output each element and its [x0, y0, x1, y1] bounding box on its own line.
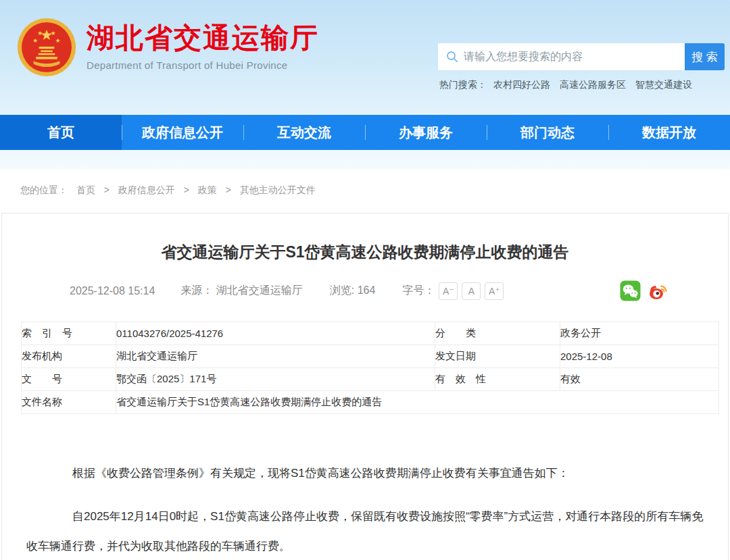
- national-emblem-icon: ★ ★ ★ ★ ★: [17, 18, 76, 77]
- view-count: 浏览: 164: [330, 284, 376, 298]
- issue-date-value: 2025-12-08: [560, 345, 719, 368]
- category-label: 分 类: [435, 322, 560, 345]
- nav-item-open-data[interactable]: 数据开放: [608, 115, 730, 150]
- table-row: 发布机构 湖北省交通运输厅 发文日期 2025-12-08: [22, 345, 719, 368]
- site-title: 湖北省交通运输厅: [87, 24, 319, 53]
- table-row: 索 引 号 011043276/2025-41276 分 类 政务公开: [22, 322, 719, 345]
- category-value: 政务公开: [560, 322, 719, 345]
- search-button[interactable]: 搜 索: [685, 43, 725, 70]
- site-subtitle: Department of Transport of Hubei Provinc…: [87, 59, 319, 71]
- issue-date-label: 发文日期: [435, 345, 560, 368]
- search-input[interactable]: [438, 43, 685, 70]
- svg-text:★: ★: [37, 30, 43, 36]
- breadcrumb-policy[interactable]: 政策: [198, 184, 217, 195]
- index-number-value: 011043276/2025-41276: [116, 322, 435, 345]
- site-brand[interactable]: ★ ★ ★ ★ ★ 湖北省交通运输厅 Department of Transpo…: [17, 18, 319, 77]
- breadcrumb-home[interactable]: 首页: [76, 184, 95, 195]
- hot-search-item[interactable]: 智慧交通建设: [635, 79, 692, 91]
- article-paragraph: 根据《收费公路管理条例》有关规定，现将S1岱黄高速公路收费期满停止收费有关事宜通…: [26, 459, 704, 488]
- article-title: 省交通运输厅关于S1岱黄高速公路收费期满停止收费的通告: [29, 242, 701, 263]
- breadcrumb-gov-info[interactable]: 政府信息公开: [118, 184, 175, 195]
- breadcrumb-current[interactable]: 其他主动公开文件: [240, 184, 316, 195]
- nav-item-interaction[interactable]: 互动交流: [243, 115, 365, 150]
- nav-item-gov-info[interactable]: 政府信息公开: [122, 115, 243, 150]
- table-row: 文 号 鄂交函〔2025〕171号 有 效 性 有效: [22, 368, 719, 391]
- svg-text:★: ★: [55, 37, 61, 44]
- hot-search-label: 热门搜索：: [439, 79, 487, 91]
- wechat-icon[interactable]: [620, 280, 641, 301]
- article-paragraph: 自2025年12月14日0时起，S1岱黄高速公路停止收费，保留既有收费设施按照“…: [26, 502, 704, 560]
- breadcrumb: 您的位置： 首页 > 政府信息公开 > 政策 > 其他主动公开文件: [0, 169, 730, 213]
- font-normal-button[interactable]: A: [462, 282, 481, 300]
- svg-text:★: ★: [32, 37, 38, 44]
- nav-item-home[interactable]: 首页: [0, 115, 122, 150]
- nav-item-services[interactable]: 办事服务: [365, 115, 487, 150]
- breadcrumb-label: 您的位置：: [20, 184, 68, 195]
- breadcrumb-separator: >: [226, 184, 231, 195]
- breadcrumb-separator: >: [104, 184, 110, 195]
- breadcrumb-separator: >: [184, 184, 189, 195]
- hot-search-item[interactable]: 高速公路服务区: [560, 79, 626, 91]
- views-value: 164: [358, 284, 376, 296]
- source-value: 湖北省交通运输厅: [216, 284, 303, 296]
- article-body: 根据《收费公路管理条例》有关规定，现将S1岱黄高速公路收费期满停止收费有关事宜通…: [26, 459, 704, 560]
- article-meta: 2025-12-08 15:14 来源： 湖北省交通运输厅 浏览: 164 字号…: [2, 280, 728, 301]
- header: ★ ★ ★ ★ ★ 湖北省交通运输厅 Department of Transpo…: [0, 0, 730, 169]
- weibo-icon[interactable]: [648, 280, 668, 301]
- document-info-table: 索 引 号 011043276/2025-41276 分 类 政务公开 发布机构…: [21, 322, 719, 414]
- source-label: 来源：: [180, 284, 213, 296]
- svg-text:★: ★: [51, 30, 56, 36]
- doc-number-label: 文 号: [22, 368, 116, 391]
- nav-item-dept-news[interactable]: 部门动态: [487, 115, 608, 150]
- file-name-label: 文件名称: [22, 391, 116, 414]
- validity-value: 有效: [560, 368, 719, 391]
- share-buttons: [613, 280, 668, 301]
- validity-label: 有 效 性: [435, 368, 560, 391]
- doc-number-value: 鄂交函〔2025〕171号: [116, 368, 435, 391]
- article-source: 来源： 湖北省交通运输厅: [180, 284, 302, 298]
- font-size-label: 字号：: [402, 284, 435, 298]
- table-row: 文件名称 省交通运输厅关于S1岱黄高速公路收费期满停止收费的通告: [22, 391, 719, 414]
- file-name-value: 省交通运输厅关于S1岱黄高速公路收费期满停止收费的通告: [116, 391, 719, 414]
- hot-search-item[interactable]: 农村四好公路: [493, 79, 550, 91]
- search-bar: 搜 索: [438, 43, 725, 70]
- font-larger-button[interactable]: A⁺: [485, 282, 504, 300]
- font-smaller-button[interactable]: A⁻: [439, 282, 458, 300]
- index-number-label: 索 引 号: [22, 322, 116, 345]
- issuing-agency-value: 湖北省交通运输厅: [116, 345, 435, 368]
- views-label: 浏览:: [330, 284, 354, 296]
- issuing-agency-label: 发布机构: [22, 345, 116, 368]
- main-nav: 首页 政府信息公开 互动交流 办事服务 部门动态 数据开放: [0, 115, 730, 150]
- article-card: 省交通运输厅关于S1岱黄高速公路收费期满停止收费的通告 2025-12-08 1…: [1, 213, 729, 560]
- font-size-control: 字号： A⁻ A A⁺: [402, 282, 504, 300]
- publish-date: 2025-12-08 15:14: [70, 285, 155, 297]
- hot-search-row: 热门搜索： 农村四好公路 高速公路服务区 智慧交通建设: [439, 79, 702, 91]
